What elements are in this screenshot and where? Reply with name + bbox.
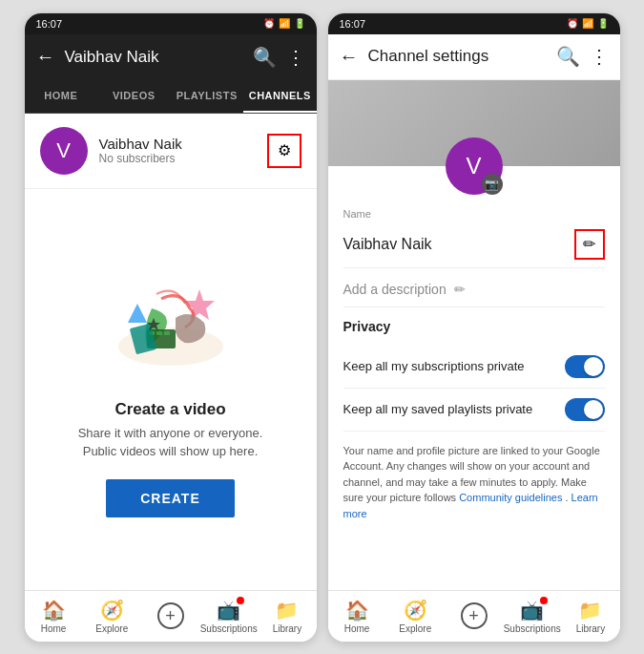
alarm-icon-right: ⏰ [567,18,578,29]
badge-dot-left [237,597,244,604]
nav-explore-label-right: Explore [399,623,431,634]
name-label: Name [343,208,605,220]
battery-icon: 🔋 [294,18,305,29]
svg-marker-2 [128,304,147,323]
description-placeholder: Add a description [343,282,447,297]
privacy-section: Privacy Keep all my subscriptions privat… [343,319,605,432]
nav-subs-label-right: Subscriptions [504,623,561,634]
search-button-right[interactable]: 🔍 [556,45,580,68]
privacy-row-1: Keep all my subscriptions private [343,346,605,389]
tab-channels[interactable]: CHANNELS [243,80,317,113]
subscriptions-icon-left: 📺 [217,599,240,622]
nav-subscriptions-right[interactable]: 📺 Subscriptions [503,591,561,642]
nav-create-right[interactable]: + [445,591,503,642]
nav-home-label-left: Home [41,623,67,634]
signal-icon-right: 📶 [582,18,593,29]
gear-icon: ⚙ [278,141,291,159]
subscriptions-icon-right: 📺 [520,599,544,622]
status-time-right: 16:07 [340,18,366,30]
nav-subs-label-left: Subscriptions [200,623,258,634]
library-icon-left: 📁 [275,599,299,622]
left-phone: 16:07 ⏰ 📶 🔋 ← Vaibhav Naik 🔍 ⋮ HOME VIDE… [24,12,318,643]
pencil-icon: ✏ [583,235,595,253]
profile-subscribers: No subscribers [99,152,256,165]
create-circle-icon-right[interactable]: + [461,602,488,629]
privacy-label-2: Keep all my saved playlists private [343,402,565,416]
toggle-playlists[interactable] [565,398,605,421]
svg-rect-5 [156,331,162,335]
home-icon-left: 🏠 [42,599,66,622]
bottom-nav-left: 🏠 Home 🧭 Explore + 📺 Subscriptions 📁 Lib… [25,590,317,642]
bottom-nav-right: 🏠 Home 🧭 Explore + 📺 Subscriptions 📁 Lib… [328,590,620,642]
battery-icon-right: 🔋 [597,18,609,29]
name-field-container: Name Vaibhav Naik ✏ [343,208,605,268]
profile-info: Vaibhav Naik No subscribers [99,136,256,165]
home-icon-right: 🏠 [345,599,369,622]
channel-header: V 📷 [328,80,620,166]
content-subtitle: Share it with anyone or everyone. Public… [78,425,263,459]
nav-home-left[interactable]: 🏠 Home [25,591,83,642]
settings-body: Name Vaibhav Naik ✏ Add a description ✏ … [328,166,620,590]
status-icons-left: ⏰ 📶 🔋 [263,18,305,29]
search-button-left[interactable]: 🔍 [253,46,277,69]
nav-explore-label-left: Explore [95,623,128,634]
nav-library-label-left: Library [273,623,302,634]
tab-home[interactable]: HOME [25,80,98,113]
more-button-right[interactable]: ⋮ [590,45,609,68]
status-bar-right: 16:07 ⏰ 📶 🔋 [328,13,620,34]
nav-create-left[interactable]: + [141,591,199,642]
name-value: Vaibhav Naik [343,236,432,253]
profile-section: V Vaibhav Naik No subscribers ⚙ [25,114,317,189]
profile-name: Vaibhav Naik [99,136,256,152]
privacy-label-1: Keep all my subscriptions private [343,359,565,373]
avatar-left: V [40,127,88,175]
app-bar-left: ← Vaibhav Naik 🔍 ⋮ [25,34,317,80]
library-icon-right: 📁 [578,599,602,622]
settings-title: Channel settings [368,47,547,66]
nav-home-right[interactable]: 🏠 Home [328,591,386,642]
nav-home-label-right: Home [344,623,370,634]
status-bar-left: 16:07 ⏰ 📶 🔋 [25,13,317,34]
description-row[interactable]: Add a description ✏ [343,272,605,307]
nav-explore-left[interactable]: 🧭 Explore [83,591,141,642]
nav-library-left[interactable]: 📁 Library [258,591,316,642]
privacy-row-2: Keep all my saved playlists private [343,389,605,432]
settings-app-bar: ← Channel settings 🔍 ⋮ [328,34,620,80]
nav-subscriptions-left[interactable]: 📺 Subscriptions [199,591,258,642]
illustration [94,261,247,385]
content-area: Create a video Share it with anyone or e… [25,189,317,590]
community-guidelines-link[interactable]: Community guidelines [459,492,562,503]
pencil-icon-desc: ✏ [454,282,466,297]
nav-explore-right[interactable]: 🧭 Explore [386,591,445,642]
nav-library-right[interactable]: 📁 Library [561,591,619,642]
back-button-left[interactable]: ← [36,46,55,68]
right-phone: 16:07 ⏰ 📶 🔋 ← Channel settings 🔍 ⋮ V 📷 N… [327,12,621,643]
settings-gear-button[interactable]: ⚙ [267,134,301,168]
status-icons-right: ⏰ 📶 🔋 [567,18,609,29]
create-circle-icon-left[interactable]: + [157,602,184,629]
avatar-right: V 📷 [446,137,503,195]
badge-dot-right [540,597,548,604]
nav-tabs-left: HOME VIDEOS PLAYLISTS CHANNELS [25,80,317,114]
app-bar-title-left: Vaibhav Naik [65,48,243,67]
footer-note: Your name and profile picture are linked… [343,432,605,534]
toggle-subscriptions[interactable] [565,355,605,378]
tab-videos[interactable]: VIDEOS [97,80,171,113]
privacy-title: Privacy [343,319,605,334]
explore-icon-left: 🧭 [100,599,124,622]
explore-icon-right: 🧭 [404,599,427,622]
edit-name-button[interactable]: ✏ [574,229,605,260]
svg-rect-6 [164,331,170,335]
content-title: Create a video [114,400,225,419]
status-time-left: 16:07 [36,18,63,30]
name-row: Vaibhav Naik ✏ [343,222,605,268]
signal-icon: 📶 [279,18,290,29]
more-button-left[interactable]: ⋮ [286,46,305,69]
tab-playlists[interactable]: PLAYLISTS [171,80,244,113]
create-button[interactable]: CREATE [106,479,235,517]
back-button-right[interactable]: ← [340,46,359,68]
camera-overlay-icon[interactable]: 📷 [482,174,503,195]
nav-library-label-right: Library [576,623,606,634]
alarm-icon: ⏰ [263,18,275,29]
